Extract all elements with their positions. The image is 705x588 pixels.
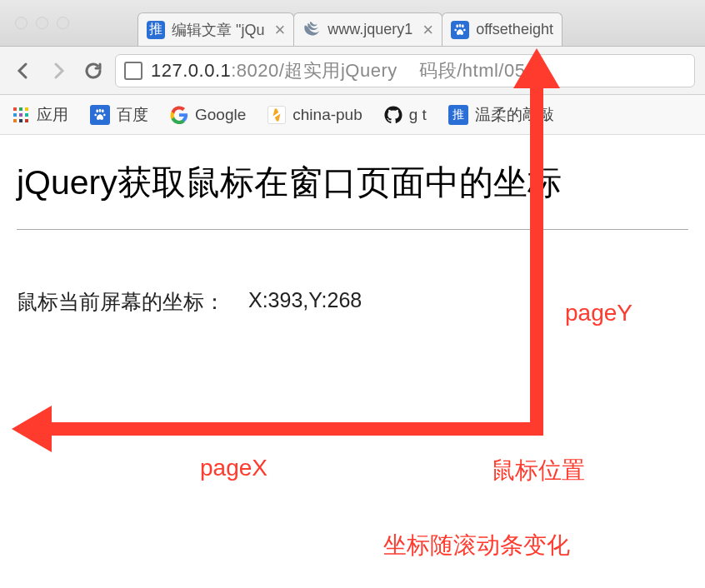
bookmark-chinapub[interactable]: china-pub [268, 106, 362, 124]
apps-icon [12, 106, 30, 124]
google-icon [170, 106, 188, 124]
arrow-horizontal-line [48, 422, 543, 436]
bookmark-google[interactable]: Google [170, 106, 246, 124]
label-scroll-note: 坐标随滚动条变化 [383, 530, 570, 561]
tab-title: www.jquery1 [328, 21, 412, 38]
coord-label: 鼠标当前屏幕的坐标： [17, 288, 225, 316]
github-icon [384, 106, 402, 124]
baidu-paw-icon [90, 105, 110, 125]
reload-button[interactable] [80, 57, 107, 84]
page-content: jQuery获取鼠标在窗口页面中的坐标 鼠标当前屏幕的坐标： X:393,Y:2… [0, 135, 705, 341]
url-text: 127.0.0.1:8020/超实用jQuery 码段/html/05.h [151, 58, 542, 83]
coord-value: X:393,Y:268 [248, 288, 362, 316]
tab-offsetheight[interactable]: offsetheight [442, 12, 562, 46]
back-button[interactable] [10, 57, 37, 84]
forward-button[interactable] [45, 57, 72, 84]
tuicool-icon: 推 [147, 21, 165, 39]
bookmark-label: 温柔的敲敲 [475, 104, 554, 126]
window-minimize-button[interactable] [36, 17, 48, 29]
bookmark-github[interactable]: g t [384, 106, 427, 124]
tab-jquery[interactable]: www.jquery1 × [293, 12, 442, 46]
tab-strip: 推 编辑文章 "jQu × www.jquery1 × offsetheight [0, 0, 705, 47]
bookmark-apps[interactable]: 应用 [12, 104, 68, 126]
bookmark-baidu[interactable]: 百度 [90, 104, 148, 126]
bookmark-label: 应用 [37, 104, 68, 126]
tab-title: offsetheight [476, 21, 553, 38]
jquery-icon [302, 21, 321, 39]
tuicool-icon: 推 [448, 105, 468, 125]
bookmark-tuicool[interactable]: 推 温柔的敲敲 [448, 104, 554, 126]
bookmark-label: china-pub [292, 106, 362, 124]
tab-title: 编辑文章 "jQu [172, 20, 264, 40]
bookmark-label: 百度 [117, 104, 148, 126]
chinapub-icon [268, 106, 286, 124]
bookmark-label: Google [195, 106, 246, 124]
baidu-paw-icon [451, 21, 469, 39]
window-close-button[interactable] [15, 17, 28, 29]
label-pagex: pageX [200, 455, 268, 481]
close-icon[interactable]: × [274, 21, 285, 39]
bookmark-label: g t [409, 106, 427, 124]
arrow-left-head [12, 406, 52, 452]
address-bar[interactable]: 127.0.0.1:8020/超实用jQuery 码段/html/05.h [115, 54, 695, 87]
close-icon[interactable]: × [422, 21, 433, 39]
mouse-coordinates-readout: 鼠标当前屏幕的坐标： X:393,Y:268 [17, 288, 688, 316]
label-mouse-position: 鼠标位置 [492, 455, 585, 486]
window-controls [15, 17, 69, 29]
page-heading: jQuery获取鼠标在窗口页面中的坐标 [17, 160, 688, 230]
tab-edit-article[interactable]: 推 编辑文章 "jQu × [138, 12, 294, 46]
window-maximize-button[interactable] [57, 17, 69, 29]
browser-toolbar: 127.0.0.1:8020/超实用jQuery 码段/html/05.h [0, 47, 705, 95]
page-info-icon[interactable] [124, 62, 142, 80]
bookmarks-bar: 应用 百度 Google china-pub g t 推 温柔的敲敲 [0, 95, 705, 135]
